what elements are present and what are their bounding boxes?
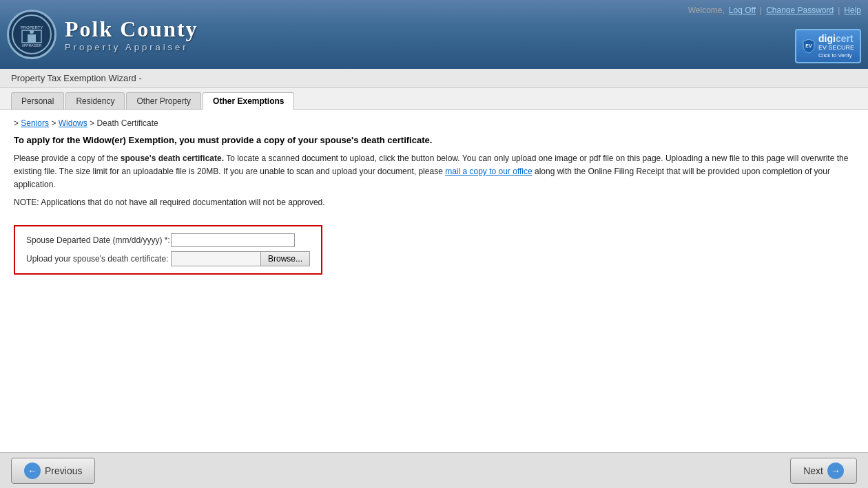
tab-bar: Personal Residency Other Property Other … xyxy=(0,88,868,110)
page-header: PROPERTY APPRAISER Polk County Property … xyxy=(0,0,868,69)
next-label: Next xyxy=(803,465,823,476)
header-links: Welcome, Log Off | Change Password | Hel… xyxy=(688,6,861,15)
breadcrumb-sep2: > xyxy=(90,118,96,128)
breadcrumb-death-certificate: Death Certificate xyxy=(96,118,158,128)
site-subtitle: Property Appraiser xyxy=(65,42,198,52)
logo-icon: PROPERTY APPRAISER xyxy=(7,10,56,59)
note-text: NOTE: Applications that do not have all … xyxy=(14,198,854,207)
change-password-link[interactable]: Change Password xyxy=(766,6,834,15)
body-paragraph: Please provide a copy of the spouse's de… xyxy=(14,152,854,192)
content-area: > Seniors > Widows > Death Certificate T… xyxy=(0,110,868,468)
breadcrumb-arrow1: > xyxy=(14,118,21,128)
footer-nav: ← Previous Next → xyxy=(0,452,868,488)
separator1: | xyxy=(760,6,762,15)
site-title: Polk County Property Appraiser xyxy=(65,17,198,52)
next-button[interactable]: Next → xyxy=(790,458,857,484)
logo-area: PROPERTY APPRAISER Polk County Property … xyxy=(7,10,198,59)
svg-text:PROPERTY: PROPERTY xyxy=(21,25,43,30)
page-title: Property Tax Exemption Wizard - xyxy=(11,73,142,83)
bold-text: spouse's death certificate. xyxy=(121,153,224,163)
site-name: Polk County xyxy=(65,17,198,42)
previous-button[interactable]: ← Previous xyxy=(11,458,95,484)
file-input-wrapper: Browse... xyxy=(171,251,310,266)
digicert-shield-icon: EV xyxy=(802,38,816,54)
help-link[interactable]: Help xyxy=(844,6,861,15)
digicert-badge[interactable]: EV digicert EV SECURE Click to Verify xyxy=(795,29,861,63)
svg-text:APPRAISER: APPRAISER xyxy=(22,43,42,47)
form-box: Spouse Departed Date (mm/dd/yyyy) *: Upl… xyxy=(14,225,322,275)
tab-residency[interactable]: Residency xyxy=(65,92,125,109)
digicert-text: digicert EV SECURE Click to Verify xyxy=(818,33,854,59)
browse-button[interactable]: Browse... xyxy=(260,251,310,266)
previous-label: Previous xyxy=(45,465,82,476)
breadcrumb: > Seniors > Widows > Death Certificate xyxy=(14,118,854,128)
mail-link[interactable]: mail a copy to our office xyxy=(445,167,533,176)
breadcrumb-widows[interactable]: Widows xyxy=(59,118,87,128)
svg-text:EV: EV xyxy=(805,43,812,48)
svg-rect-3 xyxy=(28,34,36,43)
log-off-link[interactable]: Log Off xyxy=(729,6,756,15)
spouse-date-input[interactable] xyxy=(171,233,295,247)
separator2: | xyxy=(838,6,840,15)
spouse-date-label: Spouse Departed Date (mm/dd/yyyy) *: xyxy=(26,235,171,245)
spouse-date-row: Spouse Departed Date (mm/dd/yyyy) *: xyxy=(26,233,310,247)
svg-point-4 xyxy=(30,30,34,34)
tab-personal[interactable]: Personal xyxy=(11,92,64,109)
main-heading: To apply for the Widow(er) Exemption, yo… xyxy=(14,135,854,145)
upload-label: Upload your spouse's death certificate: xyxy=(26,254,171,264)
breadcrumb-seniors[interactable]: Seniors xyxy=(21,118,49,128)
previous-arrow-icon: ← xyxy=(24,463,41,479)
next-arrow-icon: → xyxy=(827,463,844,479)
page-title-bar: Property Tax Exemption Wizard - xyxy=(0,69,868,88)
tab-other-property[interactable]: Other Property xyxy=(126,92,201,109)
file-input-display xyxy=(171,251,260,266)
upload-row: Upload your spouse's death certificate: … xyxy=(26,251,310,266)
breadcrumb-sep1: > xyxy=(51,118,58,128)
tab-other-exemptions[interactable]: Other Exemptions xyxy=(203,92,294,110)
welcome-text: Welcome, xyxy=(688,6,725,15)
